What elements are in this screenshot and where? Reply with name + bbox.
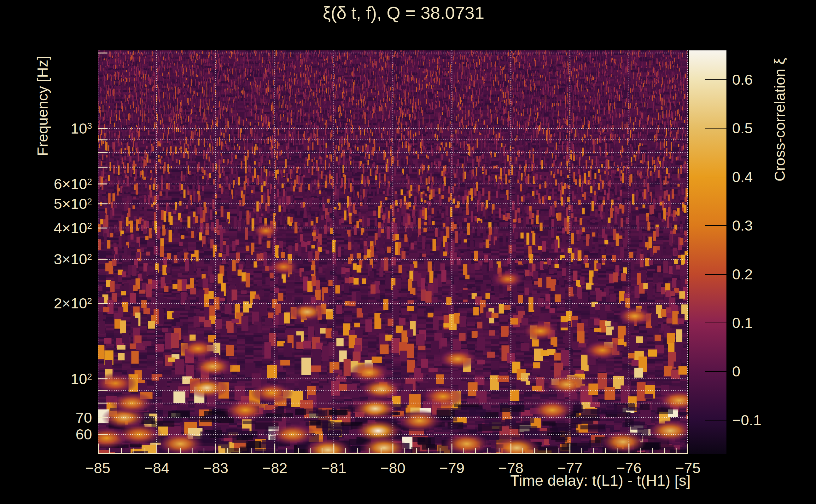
colorbar-tick-mark	[705, 323, 727, 323]
y-tick-mantissa: 2×10	[54, 295, 87, 312]
y-tick-mantissa: 4×10	[54, 220, 87, 236]
plot-title: ξ(δ t, f), Q = 38.0731	[107, 3, 700, 23]
heatmap-plot-area	[98, 50, 688, 454]
heatmap-canvas	[98, 50, 688, 454]
colorbar-tick-mark	[705, 225, 727, 226]
colorbar-tick-mark	[705, 177, 727, 177]
y-tick-mantissa: 5×10	[54, 195, 87, 212]
y-tick-exponent: 2	[87, 176, 92, 186]
y-tick-label: 5×102	[13, 195, 92, 212]
y-tick-label: 4×102	[13, 220, 92, 237]
colorbar-tick-mark	[705, 371, 727, 372]
spectrogram-figure: ξ(δ t, f), Q = 38.0731 Frequency [Hz] 10…	[0, 0, 816, 504]
y-tick-label: 3×102	[13, 251, 92, 268]
y-tick-exponent: 2	[87, 221, 92, 231]
x-axis-label: Time delay: t(L1) - t(H1) [s]	[373, 472, 691, 489]
x-tick-label: −82	[244, 459, 307, 477]
colorbar-tick-label: −0.1	[732, 412, 814, 429]
colorbar-tick-mark	[705, 79, 727, 80]
y-tick-mantissa: 6×10	[54, 175, 87, 192]
colorbar-label: Cross-correlation ξ	[770, 9, 790, 231]
y-tick-mantissa: 60	[76, 426, 92, 443]
y-tick-label: 102	[13, 370, 92, 387]
y-tick-mantissa: 10	[71, 120, 87, 137]
colorbar-tick-mark	[705, 420, 727, 421]
x-tick-label: −84	[125, 459, 188, 477]
y-tick-exponent: 2	[87, 196, 92, 206]
x-tick-label: −81	[302, 459, 365, 477]
y-tick-mantissa: 70	[76, 409, 92, 426]
y-tick-label: 103	[13, 120, 92, 137]
x-tick-label: −85	[66, 459, 129, 477]
colorbar-tick-label: 0	[732, 363, 814, 380]
colorbar-tick-label: 0.1	[732, 314, 814, 331]
y-tick-label: 6×102	[13, 175, 92, 192]
y-tick-mantissa: 3×10	[54, 251, 87, 267]
colorbar-gradient	[689, 50, 727, 454]
y-tick-label: 60	[13, 426, 92, 443]
colorbar-tick-label: 0.2	[732, 266, 814, 283]
y-tick-exponent: 2	[87, 252, 92, 262]
y-tick-mantissa: 10	[71, 370, 87, 387]
y-tick-label: 2×102	[13, 295, 92, 312]
y-tick-exponent: 2	[87, 371, 92, 381]
y-tick-exponent: 3	[87, 121, 92, 131]
colorbar-tick-mark	[705, 128, 727, 129]
y-tick-exponent: 2	[87, 296, 92, 306]
y-tick-label: 70	[13, 409, 92, 426]
x-tick-label: −83	[184, 459, 247, 477]
colorbar-tick-mark	[705, 274, 727, 275]
